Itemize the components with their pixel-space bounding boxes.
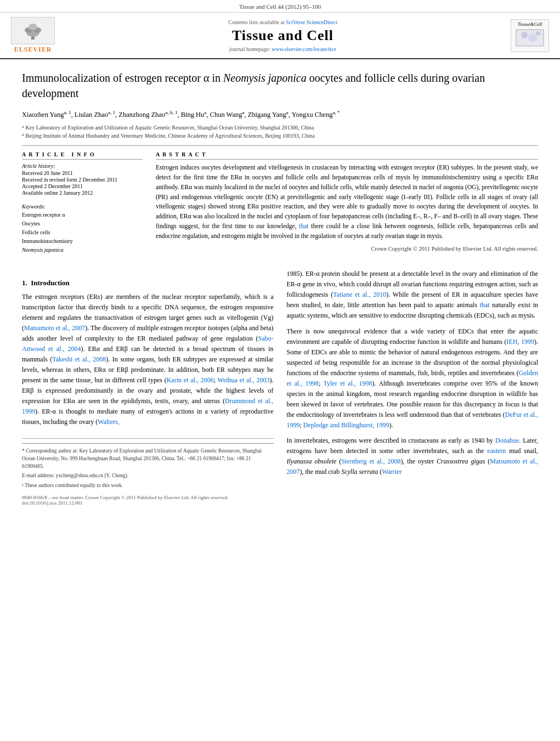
keyword-5: Neomysis japonica [22, 246, 143, 254]
intro-para-1: The estrogen receptors (ERs) are members… [22, 292, 274, 427]
abstract-text: Estrogen induces oocytes development and… [156, 163, 538, 241]
body-left-col: 1. Introduction The estrogen receptors (… [22, 269, 274, 506]
body-right-col: 1985). ER-α protein should be present at… [287, 269, 539, 506]
homepage-link[interactable]: www.elsevier.com/locate/tice [271, 46, 336, 52]
svg-point-8 [536, 31, 540, 36]
keywords-list: Estrogen receptor α Oocytes Follicle cel… [22, 211, 143, 254]
article-title: Immunolocalization of estrogen receptor … [22, 70, 538, 101]
keywords-section: Keywords: Estrogen receptor α Oocytes Fo… [22, 203, 143, 254]
intro-para-3: There is now unequivocal evidence that a… [287, 326, 539, 431]
bottom-page-info: 0040-8166/$ – see front matter. Crown Co… [22, 495, 274, 506]
section-1: 1. Introduction The estrogen receptors (… [22, 279, 274, 427]
svg-point-7 [528, 33, 537, 42]
divider [22, 145, 538, 146]
sciverse-link[interactable]: SciVerse ScienceDirect [286, 19, 337, 25]
article-info-heading: A R T I C L E I N F O [22, 151, 143, 160]
elsevier-logo: ELSEVIER [11, 17, 55, 54]
footnote-email: E-mail address: yxcheng@shou.edu.cn (Y. … [22, 472, 274, 479]
received-date: Received 20 June 2011 [22, 170, 143, 176]
article-content: Immunolocalization of estrogen receptor … [0, 59, 560, 517]
affil-a: ᵃ Key Laboratory of Exploration and Util… [22, 123, 538, 132]
article-footer: * Corresponding author at: Key Laborator… [22, 438, 274, 489]
journal-header-center: Contents lists available at SciVerse Sci… [55, 19, 511, 52]
copyright-line: Crown Copyright © 2011 Published by Else… [156, 246, 538, 252]
authors: Xiaozhen Yanga, 1, Liulan Zhaoa, 1, Zhan… [22, 109, 538, 120]
tc-logo-icon [513, 27, 546, 49]
elsevier-tree-icon [16, 21, 49, 41]
svg-point-4 [29, 24, 37, 30]
elsevier-wordmark: ELSEVIER [14, 46, 52, 54]
article-info-section: A R T I C L E I N F O Article history: R… [22, 151, 143, 196]
svg-point-6 [521, 32, 528, 38]
tc-logo-title: Tissue&Cell [513, 21, 547, 27]
keyword-3: Follicle cells [22, 228, 143, 237]
intro-para-4: In invertebrates, estrogens were describ… [287, 435, 539, 477]
svg-rect-0 [31, 37, 35, 39]
keyword-2: Oocytes [22, 219, 143, 228]
page: Tissue and Cell 44 (2012) 95–100 ELSEVIE… [0, 0, 560, 741]
journal-title: Tissue and Cell [55, 27, 511, 44]
elsevier-logo-img [11, 17, 55, 44]
abstract-heading: A B S T R A C T [156, 151, 538, 160]
affil-b: ᵇ Beijing Institute of Animal Husbandry … [22, 132, 538, 140]
journal-header: ELSEVIER Contents lists available at Sci… [0, 13, 560, 59]
doi: doi:10.1016/j.tice.2011.12.001 [22, 500, 274, 506]
revised-date: Received in revised form 2 December 2011 [22, 177, 143, 183]
affiliations: ᵃ Key Laboratory of Exploration and Util… [22, 123, 538, 140]
available-date: Available online 2 January 2012 [22, 190, 143, 196]
abstract-col: A B S T R A C T Estrogen induces oocytes… [156, 151, 538, 262]
tissue-cell-logo: Tissue&Cell [511, 19, 549, 52]
accepted-date: Accepted 2 December 2011 [22, 183, 143, 189]
history-label: Article history: [22, 163, 143, 169]
keywords-label: Keywords: [22, 203, 143, 210]
article-info-col: A R T I C L E I N F O Article history: R… [22, 151, 143, 262]
top-bar: Tissue and Cell 44 (2012) 95–100 [0, 0, 560, 13]
body-columns: 1. Introduction The estrogen receptors (… [22, 269, 538, 506]
intro-para-2: 1985). ER-α protein should be present at… [287, 269, 539, 321]
homepage-line: journal homepage: www.elsevier.com/locat… [55, 46, 511, 52]
footnote-1: ¹ These authors contributed equally to t… [22, 482, 274, 489]
footnote-star: * Corresponding author at: Key Laborator… [22, 447, 274, 471]
keyword-4: Immunohistochemistry [22, 237, 143, 246]
copyright-bottom: 0040-8166/$ – see front matter. Crown Co… [22, 495, 274, 500]
journal-volume-info: Tissue and Cell 44 (2012) 95–100 [239, 3, 321, 10]
info-abstract-columns: A R T I C L E I N F O Article history: R… [22, 151, 538, 262]
keyword-1: Estrogen receptor α [22, 211, 143, 219]
section-1-title: 1. Introduction [22, 279, 274, 287]
sciverse-line: Contents lists available at SciVerse Sci… [55, 19, 511, 25]
